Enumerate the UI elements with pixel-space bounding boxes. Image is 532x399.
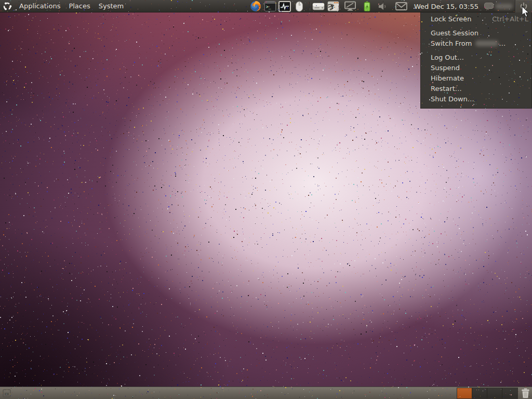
switch-user-name-redacted: [475, 41, 498, 46]
menu-item-label: Restart…: [431, 85, 462, 92]
menu-item-label: Suspend: [431, 64, 460, 72]
system-monitor-launcher-icon[interactable]: [278, 0, 291, 12]
menu-separator: [421, 48, 531, 52]
menu-item-switch-user[interactable]: Switch From …: [421, 38, 531, 48]
battery-charging-icon[interactable]: [360, 0, 374, 12]
menu-item-suffix: …: [499, 39, 506, 47]
menu-item-shut-down[interactable]: Shut Down…: [421, 94, 531, 104]
workspace-3[interactable]: [487, 388, 502, 398]
menu-item-restart[interactable]: Restart…: [421, 83, 531, 94]
menu-item-label: Switch From: [431, 39, 472, 47]
top-panel: Applications Places System >_: [0, 0, 532, 12]
menu-item-label: Lock Screen: [431, 15, 471, 23]
menu-places-label: Places: [69, 2, 90, 10]
menu-item-lock-screen[interactable]: Lock Screen Ctrl+Alt+L: [421, 14, 531, 24]
menu-system-label: System: [99, 2, 124, 10]
clock[interactable]: Wed Dec 15, 03:55: [411, 0, 482, 12]
desktop: Applications Places System >_: [0, 0, 532, 399]
menu-applications-label: Applications: [19, 2, 60, 10]
menu-item-suspend[interactable]: Suspend: [421, 62, 531, 73]
power-icon: [520, 2, 528, 10]
launcher-separator: [309, 2, 310, 11]
session-menu: Lock Screen Ctrl+Alt+L Guest Session Swi…: [420, 12, 532, 109]
menu-item-label: Shut Down…: [431, 95, 474, 103]
bottom-panel: [0, 387, 532, 399]
menu-system[interactable]: System: [95, 0, 128, 12]
workspace-4[interactable]: [502, 388, 517, 398]
session-menu-button[interactable]: [515, 0, 532, 12]
chat-bubble-icon: [484, 2, 494, 11]
menu-item-label: Hibernate: [431, 74, 464, 82]
show-desktop-button[interactable]: [1, 388, 12, 399]
panel-indicators: !: [322, 0, 532, 12]
menu-item-shortcut: Ctrl+Alt+L: [492, 15, 528, 23]
menu-item-guest-session[interactable]: Guest Session: [421, 28, 531, 38]
volume-icon[interactable]: [374, 0, 392, 12]
me-menu[interactable]: [482, 0, 515, 12]
workspace-2[interactable]: [472, 388, 487, 398]
mouse-preferences-launcher-icon[interactable]: [292, 0, 306, 12]
me-menu-username-redacted: [495, 4, 513, 9]
ubuntu-logo-icon[interactable]: [3, 2, 12, 11]
menu-applications[interactable]: Applications: [15, 0, 64, 12]
panel-menus: Applications Places System: [15, 0, 128, 12]
display-icon[interactable]: [340, 0, 360, 12]
terminal-launcher-icon[interactable]: >_: [263, 0, 277, 12]
menu-separator: [421, 24, 531, 28]
firefox-launcher-icon[interactable]: [249, 0, 262, 12]
menu-item-label: Log Out…: [431, 54, 464, 61]
svg-text:!: !: [332, 5, 335, 11]
svg-text:>_: >_: [266, 5, 271, 9]
trash-applet-icon[interactable]: [519, 387, 531, 399]
network-wifi-offline-icon[interactable]: !: [322, 0, 340, 12]
menu-item-hibernate[interactable]: Hibernate: [421, 73, 531, 83]
menu-places[interactable]: Places: [64, 0, 94, 12]
messaging-envelope-icon[interactable]: [392, 0, 411, 12]
menu-item-log-out[interactable]: Log Out…: [421, 52, 531, 62]
workspace-switcher: [457, 388, 518, 399]
workspace-1[interactable]: [457, 388, 472, 398]
menu-item-label: Guest Session: [431, 29, 478, 37]
clock-label: Wed Dec 15, 03:55: [414, 3, 478, 10]
